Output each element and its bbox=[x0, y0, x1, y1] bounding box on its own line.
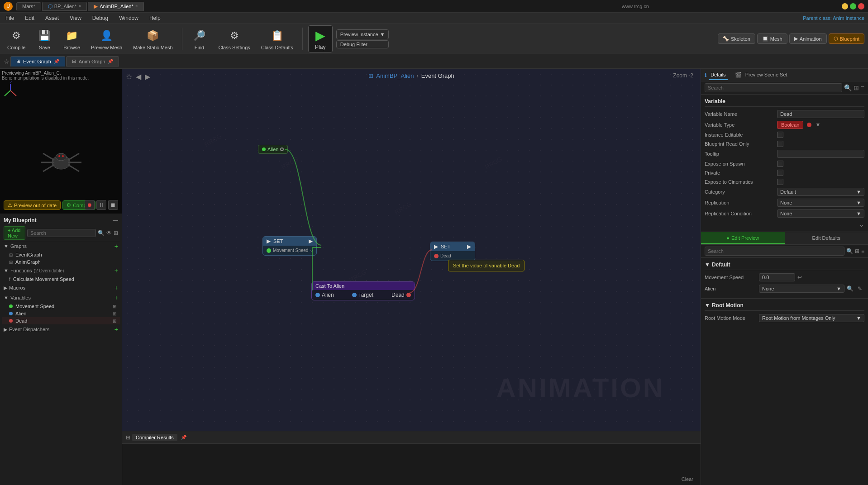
tab-bpalien-close[interactable]: × bbox=[78, 4, 81, 9]
instance-editable-checkbox[interactable] bbox=[777, 132, 783, 138]
variable-name-input[interactable] bbox=[777, 110, 864, 118]
movement-speed-var-item[interactable]: Movement Speed ⊞ bbox=[2, 303, 120, 310]
blueprint-read-only-checkbox[interactable] bbox=[777, 141, 783, 147]
expand-section-button[interactable]: ⌄ bbox=[705, 219, 864, 230]
details-grid-icon[interactable]: ⊞ bbox=[854, 84, 859, 91]
expose-on-spawn-checkbox[interactable] bbox=[777, 161, 783, 167]
macros-section-header[interactable]: ▶ Macros + bbox=[2, 283, 120, 293]
forward-nav-button[interactable]: ▶ bbox=[145, 72, 150, 81]
details-tab[interactable]: Details bbox=[709, 70, 728, 80]
details-search-input[interactable] bbox=[705, 83, 842, 92]
details-list-icon[interactable]: ≡ bbox=[861, 84, 864, 91]
save-button[interactable]: 💾 Save bbox=[33, 26, 56, 52]
edit-preview-tab[interactable]: ● Edit Preview bbox=[701, 232, 785, 244]
graph-area[interactable]: ☆ ◀ ▶ ⊞ AnimBP_Alien › Event Graph Zoom … bbox=[122, 69, 701, 431]
preview-scene-tab[interactable]: Preview Scene Set bbox=[744, 70, 789, 80]
close-button[interactable] bbox=[858, 3, 864, 10]
event-graph-item[interactable]: ⊞ EventGraph bbox=[2, 251, 120, 258]
minimize-button[interactable] bbox=[842, 3, 848, 10]
tab-bpalien[interactable]: ⬡ BP_Alien* × bbox=[42, 2, 87, 11]
private-checkbox[interactable] bbox=[777, 170, 783, 176]
alien-search-btn[interactable]: 🔍 bbox=[845, 284, 854, 293]
add-function-button[interactable]: + bbox=[114, 267, 118, 274]
visibility-icon[interactable]: 👁 bbox=[106, 230, 112, 236]
preview-instance-button[interactable]: Preview Instance ▼ bbox=[336, 29, 389, 39]
anim-search-icon[interactable]: 🔍 bbox=[846, 248, 853, 254]
clear-button[interactable]: Clear bbox=[682, 476, 693, 482]
anim-graph-tab[interactable]: ⊞ Anim Graph 📌 bbox=[66, 56, 119, 67]
mesh-mode-button[interactable]: 🔲 Mesh bbox=[757, 33, 787, 44]
replication-condition-dropdown[interactable]: None ▼ bbox=[777, 209, 864, 218]
preview-mesh-button[interactable]: 👤 Preview Mesh bbox=[87, 26, 126, 52]
bp-search-input[interactable] bbox=[27, 229, 96, 237]
variables-section-header[interactable]: ▼ Variables + bbox=[2, 293, 120, 303]
root-motion-mode-dropdown[interactable]: Root Motion from Montages Only ▼ bbox=[759, 314, 864, 322]
add-macro-button[interactable]: + bbox=[114, 284, 118, 291]
alien-none-dropdown[interactable]: None ▼ bbox=[759, 285, 844, 293]
blueprint-mode-button[interactable]: ⬡ Blueprint bbox=[829, 33, 864, 44]
menu-help[interactable]: Help bbox=[148, 15, 162, 21]
functions-section-header[interactable]: ▼ Functions (2 Overridable) + bbox=[2, 266, 120, 276]
default-collapse-arrow[interactable]: ▼ bbox=[705, 262, 710, 268]
event-graph-tab[interactable]: ⊞ Event Graph 📌 bbox=[10, 56, 65, 67]
browse-button[interactable]: 📁 Browse bbox=[60, 26, 84, 52]
alien-edit-btn[interactable]: ✎ bbox=[855, 284, 864, 293]
tooltip-input[interactable] bbox=[777, 150, 864, 158]
cast-alien-node[interactable]: Cast To Alien Alien Target bbox=[311, 281, 415, 300]
debug-filter-button[interactable]: Debug Filter bbox=[336, 40, 389, 48]
category-dropdown[interactable]: Default ▼ bbox=[777, 188, 864, 196]
class-settings-button[interactable]: ⚙ Class Settings bbox=[215, 26, 254, 52]
set-dead-node[interactable]: ▶ SET ▶ Dead bbox=[430, 242, 475, 261]
anim-search-input[interactable] bbox=[705, 247, 844, 256]
edit-defaults-tab[interactable]: Edit Defaults bbox=[785, 232, 868, 244]
breadcrumb-root[interactable]: AnimBP_Alien bbox=[376, 72, 414, 79]
add-new-button[interactable]: + Add New bbox=[4, 226, 25, 240]
replication-dropdown[interactable]: None ▼ bbox=[777, 199, 864, 207]
animation-mode-button[interactable]: ▶ Animation bbox=[789, 33, 827, 44]
type-dropdown-arrow[interactable]: ▼ bbox=[815, 122, 820, 128]
collapse-icon[interactable]: — bbox=[113, 217, 118, 223]
preview-out-of-date-button[interactable]: ⚠ Preview out of date bbox=[4, 200, 61, 210]
compiler-results-tab[interactable]: Compiler Results bbox=[132, 434, 177, 441]
back-nav-button[interactable]: ◀ bbox=[136, 72, 141, 81]
menu-edit[interactable]: Edit bbox=[23, 15, 36, 21]
menu-view[interactable]: View bbox=[68, 15, 83, 21]
dead-var-item[interactable]: Dead ⊞ bbox=[2, 317, 120, 324]
pause-button[interactable]: ⏸ bbox=[96, 200, 106, 210]
class-defaults-button[interactable]: 📋 Class Defaults bbox=[258, 26, 297, 52]
menu-window[interactable]: Window bbox=[117, 15, 140, 21]
add-graph-button[interactable]: + bbox=[114, 242, 118, 250]
movement-speed-input[interactable] bbox=[759, 273, 795, 281]
root-motion-collapse[interactable]: ▼ bbox=[705, 302, 710, 309]
event-dispatchers-section-header[interactable]: ▶ Event Dispatchers + bbox=[2, 324, 120, 334]
add-variable-button[interactable]: + bbox=[114, 294, 118, 301]
tab-animbp-close[interactable]: × bbox=[135, 4, 138, 9]
expose-cinematics-checkbox[interactable] bbox=[777, 179, 783, 185]
anim-graph-item[interactable]: ⊞ AnimGraph bbox=[2, 258, 120, 266]
filter-icon[interactable]: ⊞ bbox=[114, 230, 118, 236]
star-button[interactable]: ☆ bbox=[4, 58, 10, 65]
menu-file[interactable]: File bbox=[4, 15, 16, 21]
calculate-movement-speed-item[interactable]: f Calculate Movement Speed bbox=[2, 276, 120, 283]
graphs-section-header[interactable]: ▼ Graphs + bbox=[2, 241, 120, 251]
tab-mars[interactable]: Mars* bbox=[16, 2, 41, 10]
menu-debug[interactable]: Debug bbox=[91, 15, 110, 21]
make-static-mesh-button[interactable]: 📦 Make Static Mesh bbox=[129, 26, 176, 52]
maximize-button[interactable] bbox=[850, 3, 856, 10]
set-movement-speed-node[interactable]: ▶ SET ▶ Movement Speed ○ bbox=[262, 236, 317, 256]
compile-button[interactable]: ⚙ Compile bbox=[4, 26, 29, 52]
anim-list-icon[interactable]: ≡ bbox=[861, 248, 864, 254]
record-button[interactable]: ⏺ bbox=[85, 200, 95, 210]
menu-asset[interactable]: Asset bbox=[43, 15, 61, 21]
alien-var-item[interactable]: Alien ⊞ bbox=[2, 310, 120, 317]
play-button[interactable]: ▶ Play bbox=[308, 25, 333, 52]
find-button[interactable]: 🔎 Find bbox=[188, 26, 211, 52]
tab-animbp[interactable]: ▶ AnimBP_Alien* × bbox=[88, 2, 143, 11]
anim-grid-icon[interactable]: ⊞ bbox=[855, 248, 859, 254]
skeleton-mode-button[interactable]: 🦴 Skeleton bbox=[718, 33, 755, 44]
bool-type-display[interactable]: Boolean bbox=[777, 121, 803, 129]
movement-speed-reset[interactable]: ↩ bbox=[797, 274, 802, 281]
stop-button[interactable]: ⏹ bbox=[108, 200, 118, 210]
star-graph-button[interactable]: ☆ bbox=[126, 72, 132, 81]
details-search-icon[interactable]: 🔍 bbox=[844, 84, 852, 91]
